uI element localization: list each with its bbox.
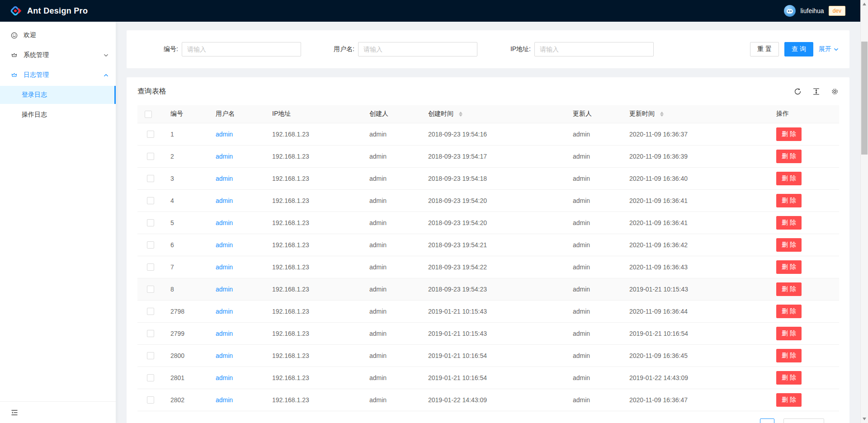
delete-button[interactable]: 删 除 [776,305,802,318]
sidebar-item-login-log[interactable]: 登录日志 [0,86,116,104]
delete-button[interactable]: 删 除 [776,172,802,185]
table-row: 2801 admin 192.168.1.23 admin 2019-01-21… [137,367,839,389]
header-username[interactable]: liufeihua [800,7,824,14]
cell-update-time: 2020-11-09 16:36:41 [622,189,769,212]
row-checkbox[interactable] [147,131,154,138]
column-height-icon[interactable] [812,88,820,95]
scrollbar-thumb[interactable] [861,42,868,155]
cell-create-time: 2018-09-23 19:54:16 [421,123,566,145]
menu-fold-icon[interactable] [11,409,18,416]
delete-button[interactable]: 删 除 [776,238,802,252]
cell-update-time: 2019-01-21 10:15:43 [622,278,769,300]
select-all-checkbox[interactable] [145,111,152,118]
username-link[interactable]: admin [216,286,233,293]
delete-button[interactable]: 删 除 [776,194,802,207]
sort-carets-icon [459,112,462,117]
pagination-size-select[interactable] [783,418,824,423]
username-link[interactable]: admin [216,396,233,404]
delete-button[interactable]: 删 除 [776,327,802,340]
cell-update-time: 2020-11-09 16:36:40 [622,167,769,189]
cell-id: 4 [163,189,208,212]
cell-update-time: 2020-11-09 16:36:42 [622,234,769,256]
field-label-username: 用户名: [326,45,354,53]
query-table: 编号 用户名 IP地址 创建人 创建时间 更新人 更新时间 操作 [137,105,839,411]
username-link[interactable]: admin [216,153,233,160]
row-checkbox[interactable] [147,153,154,160]
reset-button[interactable]: 重 置 [750,42,779,56]
sidebar-item-operation-log[interactable]: 操作日志 [0,106,116,124]
row-checkbox[interactable] [147,241,154,249]
row-checkbox[interactable] [147,263,154,271]
cell-creator: admin [362,212,421,234]
sidebar-item-label: 日志管理 [24,71,49,79]
username-link[interactable]: admin [216,374,233,381]
row-checkbox[interactable] [147,197,154,204]
column-header-create-time[interactable]: 创建时间 [421,105,566,123]
pagination-active-page[interactable] [760,418,774,423]
env-badge: dev [829,6,845,16]
username-link[interactable]: admin [216,131,233,138]
sidebar-item-welcome[interactable]: 欢迎 [0,26,116,44]
delete-button[interactable]: 删 除 [776,260,802,274]
cell-creator: admin [362,322,421,344]
username-link[interactable]: admin [216,330,233,337]
cell-ip: 192.168.1.23 [265,322,362,344]
field-label-id: 编号: [150,45,178,53]
sidebar-item-log-mgmt[interactable]: 日志管理 [0,66,116,84]
expand-label: 展开 [819,45,831,53]
username-link[interactable]: admin [216,308,233,315]
sidebar-item-system-mgmt[interactable]: 系统管理 [0,46,116,64]
delete-button[interactable]: 删 除 [776,349,802,362]
query-button[interactable]: 查 询 [784,42,813,56]
username-link[interactable]: admin [216,219,233,226]
username-link[interactable]: admin [216,352,233,359]
cell-ip: 192.168.1.23 [265,389,362,411]
reload-icon[interactable] [794,88,802,95]
user-avatar[interactable] [784,5,796,17]
id-input[interactable] [182,42,301,56]
row-checkbox[interactable] [147,308,154,315]
username-link[interactable]: admin [216,197,233,204]
cell-updater: admin [566,256,622,278]
row-checkbox[interactable] [147,175,154,182]
row-checkbox[interactable] [147,396,154,404]
logo[interactable]: Ant Design Pro [9,5,88,17]
row-checkbox[interactable] [147,286,154,293]
table-row: 2799 admin 192.168.1.23 admin 2019-01-21… [137,322,839,344]
cell-id: 7 [163,256,208,278]
delete-button[interactable]: 删 除 [776,127,802,141]
delete-button[interactable]: 删 除 [776,150,802,163]
expand-link[interactable]: 展开 [819,45,839,53]
row-checkbox[interactable] [147,374,154,381]
row-checkbox[interactable] [147,352,154,359]
table-row: 4 admin 192.168.1.23 admin 2018-09-23 19… [137,189,839,212]
delete-button[interactable]: 删 除 [776,371,802,385]
scrollbar-down-arrow[interactable] [863,418,866,420]
table-body: 1 admin 192.168.1.23 admin 2018-09-23 19… [137,123,839,411]
table-row: 2800 admin 192.168.1.23 admin 2019-01-21… [137,344,839,367]
cell-id: 5 [163,212,208,234]
delete-button[interactable]: 删 除 [776,282,802,296]
table-row: 8 admin 192.168.1.23 admin 2018-09-23 19… [137,278,839,300]
table-row: 3 admin 192.168.1.23 admin 2018-09-23 19… [137,167,839,189]
table-row: 2798 admin 192.168.1.23 admin 2019-01-21… [137,300,839,322]
settings-icon[interactable] [831,88,839,95]
cell-creator: admin [362,256,421,278]
username-input[interactable] [358,42,477,56]
delete-button[interactable]: 删 除 [776,216,802,230]
column-header-update-time[interactable]: 更新时间 [622,105,769,123]
vertical-scrollbar[interactable] [860,0,868,423]
cell-id: 2 [163,145,208,167]
username-link[interactable]: admin [216,175,233,182]
row-checkbox[interactable] [147,219,154,226]
scrollbar-up-arrow[interactable] [863,3,866,5]
cell-update-time: 2020-11-09 16:36:45 [622,344,769,367]
delete-button[interactable]: 删 除 [776,393,802,407]
chevron-up-icon [104,73,108,78]
username-link[interactable]: admin [216,241,233,249]
cell-update-time: 2020-11-09 16:36:37 [622,123,769,145]
row-checkbox[interactable] [147,330,154,337]
cell-create-time: 2018-09-23 19:54:18 [421,167,566,189]
username-link[interactable]: admin [216,263,233,271]
ip-input[interactable] [534,42,654,56]
